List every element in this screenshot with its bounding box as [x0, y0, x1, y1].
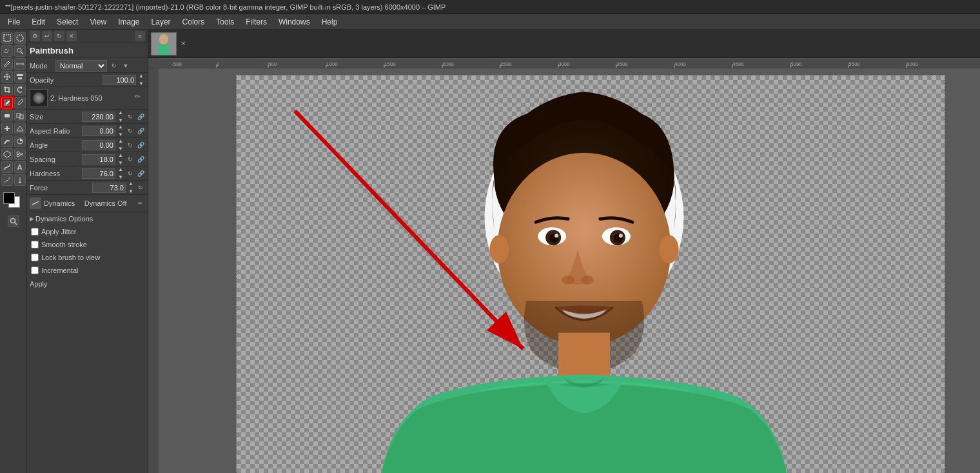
menu-help[interactable]: Help	[317, 16, 343, 28]
thumb-close-btn[interactable]: ✕	[181, 40, 186, 47]
toolbox: A	[0, 30, 27, 473]
tool-text[interactable]: A	[14, 161, 26, 173]
tool-row-5	[1, 84, 26, 96]
tool-iscissors[interactable]	[14, 148, 26, 160]
size-reset-btn[interactable]: ↻	[126, 112, 135, 121]
tool-pencil[interactable]	[14, 97, 26, 108]
image-thumbnail[interactable]	[151, 32, 177, 55]
spacing-input[interactable]	[82, 154, 115, 165]
tool-eraser[interactable]	[1, 110, 13, 121]
mode-reset-btn[interactable]: ↻	[110, 61, 119, 70]
smooth-stroke-checkbox[interactable]	[31, 241, 39, 248]
lock-brush-checkbox[interactable]	[31, 254, 39, 261]
tool-options-reset-icon[interactable]: ↻	[54, 31, 64, 41]
hardness-up-btn[interactable]: ▲	[117, 166, 124, 174]
menu-windows[interactable]: Windows	[273, 16, 315, 28]
tool-fuzzy-select[interactable]	[14, 45, 26, 57]
menu-view[interactable]: View	[84, 16, 112, 28]
tool-ellipse-select[interactable]	[14, 32, 26, 44]
tool-options-delete-icon[interactable]: ✕	[66, 31, 77, 41]
smooth-stroke-row: Smooth stroke	[27, 238, 148, 251]
force-input[interactable]	[92, 183, 126, 193]
tool-zoom[interactable]	[8, 216, 19, 227]
menu-colors[interactable]: Colors	[177, 16, 210, 28]
hardness-reset-btn[interactable]: ↻	[126, 169, 135, 178]
force-reset-btn[interactable]: ↻	[136, 183, 145, 192]
tool-options-save-icon[interactable]: ↩	[42, 31, 52, 41]
menu-file[interactable]: File	[3, 16, 25, 28]
menu-layer[interactable]: Layer	[146, 16, 176, 28]
tool-color-pick[interactable]	[1, 58, 13, 70]
aspect-ratio-link-btn[interactable]: 🔗	[136, 126, 145, 136]
foreground-color-swatch[interactable]	[3, 192, 15, 204]
tool-paths[interactable]	[1, 161, 13, 173]
tool-crop[interactable]	[1, 84, 13, 96]
tool-foreground-select[interactable]	[1, 148, 13, 160]
hardness-input[interactable]	[82, 168, 115, 179]
brush-preview[interactable]	[30, 89, 48, 107]
angle-input[interactable]	[82, 140, 115, 150]
menu-image[interactable]: Image	[113, 16, 144, 28]
tool-rect-select[interactable]	[1, 32, 13, 44]
hardness-link-btn[interactable]: 🔗	[136, 169, 145, 178]
tool-row-7	[1, 110, 26, 121]
tool-align[interactable]	[14, 71, 26, 83]
tool-dodge-burn[interactable]	[14, 136, 26, 147]
opacity-up-btn[interactable]: ▲	[137, 72, 145, 80]
tool-paintbrush[interactable]	[1, 97, 13, 108]
tool-perspective-clone[interactable]	[14, 123, 26, 134]
tool-row-10	[1, 148, 26, 160]
tool-ink[interactable]	[1, 174, 13, 186]
main-area: A ⚙ ↩ ↻	[0, 30, 980, 473]
dynamics-edit-btn[interactable]: ✏	[136, 199, 145, 208]
spacing-up-btn[interactable]: ▲	[117, 152, 124, 159]
tool-options-menu-icon[interactable]: ≡	[135, 31, 145, 41]
force-value-area: ▲ ▼ ↻	[76, 180, 145, 196]
size-up-btn[interactable]: ▲	[117, 109, 124, 117]
tool-options-config-icon[interactable]: ⚙	[30, 31, 40, 41]
aspect-ratio-reset-btn[interactable]: ↻	[126, 126, 135, 136]
angle-up-btn[interactable]: ▲	[117, 137, 124, 145]
svg-text:3000: 3000	[558, 61, 570, 67]
menu-filters[interactable]: Filters	[240, 16, 272, 28]
aspect-ratio-input[interactable]	[82, 126, 115, 136]
dynamics-options-label[interactable]: Dynamics Options	[35, 215, 93, 223]
opacity-down-btn[interactable]: ▼	[137, 80, 145, 88]
size-input[interactable]	[82, 112, 115, 122]
spacing-link-btn[interactable]: 🔗	[136, 155, 145, 164]
aspect-ratio-up-btn[interactable]: ▲	[117, 123, 124, 131]
tool-mybrush[interactable]	[14, 174, 26, 186]
tool-free-select[interactable]	[1, 45, 13, 57]
svg-point-22	[159, 34, 168, 45]
angle-reset-btn[interactable]: ↻	[126, 141, 135, 150]
canvas-content[interactable]	[159, 68, 980, 473]
tool-row-1	[1, 32, 26, 44]
apply-jitter-checkbox[interactable]	[31, 228, 39, 236]
mode-select[interactable]: Normal	[55, 60, 107, 72]
menu-select[interactable]: Select	[52, 16, 83, 28]
tool-move[interactable]	[1, 71, 13, 83]
svg-text:1000: 1000	[326, 61, 338, 67]
force-up-btn[interactable]: ▲	[127, 180, 135, 188]
incremental-checkbox[interactable]	[31, 267, 39, 274]
tool-heal[interactable]	[1, 123, 13, 134]
tool-clone[interactable]	[14, 110, 26, 121]
mode-row: Mode Normal ↻ ▼	[27, 59, 148, 73]
angle-link-btn[interactable]: 🔗	[136, 141, 145, 150]
apply-area: Apply	[27, 277, 148, 291]
tool-smudge[interactable]	[1, 136, 13, 147]
force-down-btn[interactable]: ▼	[127, 188, 135, 196]
opacity-value-area: 100.0 ▲ ▼	[76, 72, 145, 88]
menu-edit[interactable]: Edit	[26, 16, 50, 28]
menu-tools[interactable]: Tools	[211, 16, 239, 28]
tool-row-9	[1, 136, 26, 147]
tool-rotate[interactable]	[14, 84, 26, 96]
size-link-btn[interactable]: 🔗	[136, 112, 145, 121]
brush-edit-btn[interactable]: ✏	[135, 93, 145, 103]
tool-measure[interactable]	[14, 58, 26, 70]
spacing-reset-btn[interactable]: ↻	[126, 155, 135, 164]
opacity-input[interactable]: 100.0	[103, 75, 136, 85]
mode-extra-btn[interactable]: ▼	[121, 61, 130, 70]
svg-point-70	[581, 276, 594, 285]
size-spinner: ▲ ▼	[117, 109, 124, 125]
